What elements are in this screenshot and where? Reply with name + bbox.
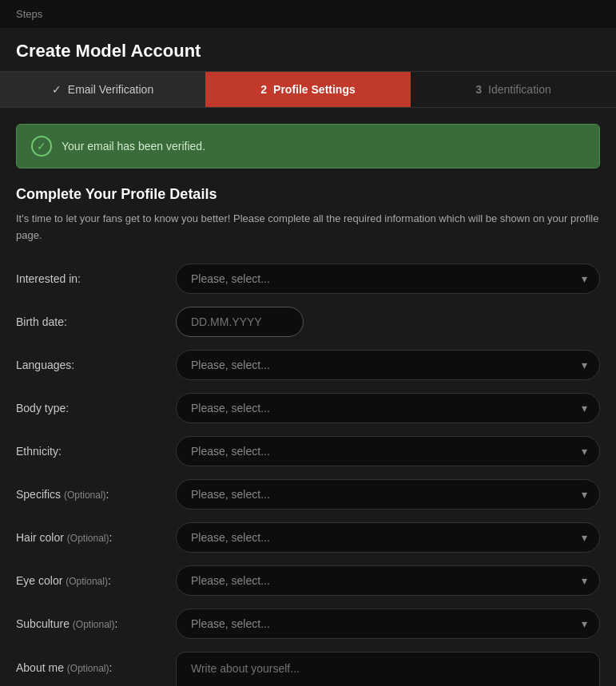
select-wrapper-body-type: Please, select... <box>176 393 600 423</box>
select-body-type[interactable]: Please, select... <box>176 393 600 423</box>
section-description: It's time to let your fans get to know y… <box>16 211 600 244</box>
form-row-specifics: Specifics (Optional): Please, select... <box>16 479 600 510</box>
select-wrapper-languages: Please, select... <box>176 350 600 380</box>
select-wrapper-subculture: Please, select... <box>176 609 600 639</box>
steps-bar: ✓ Email Verification 2 Profile Settings … <box>0 72 616 108</box>
optional-about-me: (Optional) <box>67 663 109 674</box>
main-content: ✓ Your email has been verified. Complete… <box>0 108 616 686</box>
select-wrapper-eye-color: Please, select... <box>176 565 600 596</box>
step-email-verification[interactable]: ✓ Email Verification <box>0 72 205 107</box>
step-identification-label: Identification <box>488 83 551 96</box>
label-birth-date: Birth date: <box>16 315 176 328</box>
label-specifics: Specifics (Optional): <box>16 488 176 501</box>
step-identification[interactable]: 3 Identification <box>411 72 616 107</box>
section-title: Complete Your Profile Details <box>16 186 600 203</box>
label-ethnicity: Ethnicity: <box>16 445 176 458</box>
form-row-languages: Languages: Please, select... <box>16 350 600 380</box>
form-row-body-type: Body type: Please, select... <box>16 393 600 423</box>
label-subculture: Subculture (Optional): <box>16 617 176 630</box>
textarea-wrapper-about-me <box>176 652 600 686</box>
form-row-interested-in: Interested in: Please, select... <box>16 264 600 294</box>
step-profile-label: Profile Settings <box>273 83 356 96</box>
verification-banner: ✓ Your email has been verified. <box>16 124 600 169</box>
optional-eye-color: (Optional) <box>66 576 108 587</box>
select-interested-in[interactable]: Please, select... <box>176 264 600 294</box>
select-eye-color[interactable]: Please, select... <box>176 565 600 596</box>
form-row-eye-color: Eye color (Optional): Please, select... <box>16 565 600 596</box>
form-row-hair-color: Hair color (Optional): Please, select... <box>16 522 600 553</box>
label-hair-color: Hair color (Optional): <box>16 531 176 544</box>
select-languages[interactable]: Please, select... <box>176 350 600 380</box>
select-hair-color[interactable]: Please, select... <box>176 522 600 553</box>
top-bar-label: Steps <box>16 8 42 20</box>
optional-hair-color: (Optional) <box>67 533 109 544</box>
step-email-label: Email Verification <box>68 83 153 96</box>
optional-subculture: (Optional) <box>73 619 115 630</box>
select-wrapper-ethnicity: Please, select... <box>176 436 600 466</box>
banner-text: Your email has been verified. <box>62 140 205 153</box>
label-languages: Languages: <box>16 359 176 371</box>
label-body-type: Body type: <box>16 402 176 414</box>
step-identification-number: 3 <box>475 83 482 96</box>
select-wrapper-interested-in: Please, select... <box>176 264 600 294</box>
birth-date-input[interactable] <box>176 307 304 337</box>
form-row-ethnicity: Ethnicity: Please, select... <box>16 436 600 466</box>
select-specifics[interactable]: Please, select... <box>176 479 600 510</box>
select-wrapper-specifics: Please, select... <box>176 479 600 510</box>
form-row-about-me: About me (Optional): <box>16 652 600 686</box>
form-row-birth-date: Birth date: <box>16 307 600 337</box>
check-circle-icon: ✓ <box>31 136 52 157</box>
step-check-icon: ✓ <box>52 83 62 96</box>
page-header: Create Model Account <box>0 28 616 72</box>
label-interested-in: Interested in: <box>16 272 176 285</box>
select-ethnicity[interactable]: Please, select... <box>176 436 600 466</box>
label-eye-color: Eye color (Optional): <box>16 574 176 587</box>
select-subculture[interactable]: Please, select... <box>176 609 600 639</box>
step-profile-settings[interactable]: 2 Profile Settings <box>205 72 411 107</box>
top-bar: Steps <box>0 0 616 28</box>
optional-specifics: (Optional) <box>64 490 106 501</box>
form-row-subculture: Subculture (Optional): Please, select... <box>16 609 600 639</box>
step-profile-number: 2 <box>260 83 267 96</box>
label-about-me: About me (Optional): <box>16 652 176 674</box>
select-wrapper-hair-color: Please, select... <box>176 522 600 553</box>
about-me-textarea[interactable] <box>176 652 600 686</box>
page-title: Create Model Account <box>16 41 600 61</box>
